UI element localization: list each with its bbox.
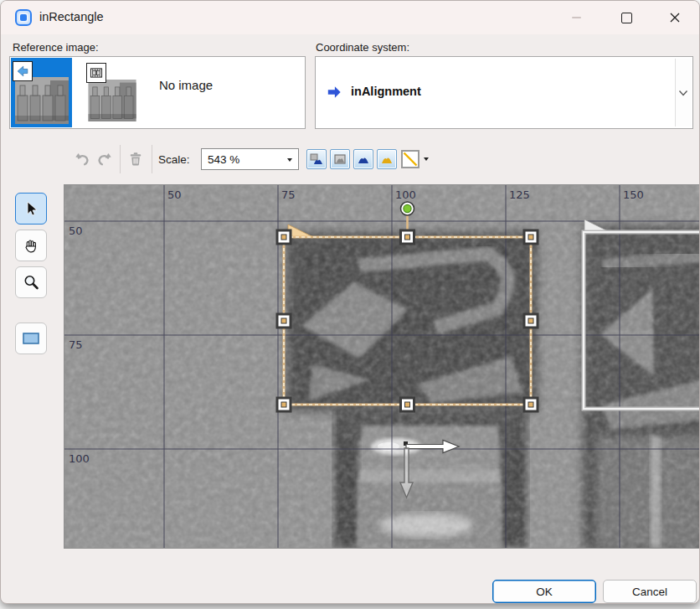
undo-icon bbox=[73, 150, 91, 168]
magnifier-icon bbox=[22, 273, 40, 292]
ok-button[interactable]: OK bbox=[492, 580, 596, 603]
magnifier-tool[interactable] bbox=[15, 266, 47, 298]
rectangle-tool[interactable] bbox=[15, 323, 47, 354]
zoom-fit-image-region-icon bbox=[309, 152, 324, 166]
cancel-button-label: Cancel bbox=[632, 586, 667, 598]
ruler-x-label: 50 bbox=[167, 188, 182, 201]
redo-icon bbox=[95, 150, 114, 168]
reference-thumbnail-film[interactable] bbox=[81, 58, 142, 127]
resize-handle-mid-right[interactable] bbox=[524, 314, 538, 328]
ruler-y-label: 75 bbox=[69, 338, 83, 351]
pan-tool[interactable] bbox=[15, 230, 47, 261]
trash-icon bbox=[126, 150, 145, 168]
vials-thumbnail-image bbox=[88, 80, 136, 125]
ruler-y-label: 50 bbox=[69, 225, 83, 237]
cancel-button[interactable]: Cancel bbox=[603, 580, 697, 603]
resize-handle-bottom-left[interactable] bbox=[277, 398, 291, 411]
ruler-x-label: 125 bbox=[509, 188, 530, 201]
no-image-option[interactable]: No image bbox=[136, 77, 236, 94]
close-button[interactable] bbox=[656, 1, 694, 34]
resize-handle-bottom-right[interactable] bbox=[524, 398, 538, 411]
undo-button[interactable] bbox=[71, 147, 93, 171]
resize-handle-mid-left[interactable] bbox=[277, 314, 291, 328]
no-region-icon bbox=[403, 152, 418, 167]
coordinate-system-value: inAlignment bbox=[351, 85, 421, 98]
delete-button[interactable] bbox=[125, 147, 147, 171]
minimize-icon bbox=[572, 17, 581, 18]
zoom-fit-image-region-button[interactable] bbox=[306, 149, 327, 169]
scale-combobox[interactable]: 543 % bbox=[201, 148, 299, 170]
select-tool[interactable] bbox=[15, 193, 47, 225]
maximize-button[interactable] bbox=[607, 1, 646, 34]
redo-button[interactable] bbox=[94, 147, 116, 171]
image-noise bbox=[64, 185, 700, 548]
image-editor-canvas[interactable]: 50 75 100 125 150 50 75 100 bbox=[64, 184, 700, 549]
ruler-x-label: 75 bbox=[281, 188, 296, 201]
reference-image-panel: No image bbox=[9, 56, 306, 129]
no-region-button[interactable] bbox=[401, 150, 419, 168]
film-strip-icon bbox=[86, 63, 106, 83]
maximize-icon bbox=[621, 13, 632, 23]
toolbar-separator bbox=[120, 145, 121, 173]
caret-down-icon bbox=[287, 158, 292, 162]
close-icon bbox=[669, 12, 681, 23]
resize-handle-top-mid[interactable] bbox=[401, 230, 414, 244]
dialog-window: inRectangle Reference image: Coordinate … bbox=[0, 0, 700, 604]
app-icon bbox=[15, 9, 32, 26]
scale-label: Scale: bbox=[158, 153, 190, 166]
title-bar: inRectangle bbox=[1, 1, 699, 34]
hand-icon bbox=[22, 236, 40, 255]
window-title: inRectangle bbox=[39, 10, 104, 23]
zoom-fit-region-blue-icon bbox=[356, 152, 371, 166]
ruler-x-label: 150 bbox=[623, 188, 644, 201]
reference-thumbnail-current[interactable] bbox=[11, 58, 72, 127]
zoom-fit-image-button[interactable] bbox=[330, 149, 350, 169]
ok-button-label: OK bbox=[536, 586, 553, 598]
ruler-y-label: 100 bbox=[69, 452, 90, 465]
vials-thumbnail-image bbox=[15, 77, 69, 127]
coordinate-system-dropdown-button[interactable] bbox=[675, 59, 691, 126]
blue-back-arrow-icon bbox=[13, 61, 33, 81]
chevron-down-icon bbox=[678, 90, 688, 96]
caret-down-icon[interactable] bbox=[424, 157, 429, 161]
zoom-fit-region-blue-button[interactable] bbox=[353, 149, 373, 169]
cursor-arrow-icon bbox=[22, 199, 40, 218]
toolbar-separator bbox=[152, 145, 152, 173]
blue-arrow-right-icon bbox=[326, 85, 342, 103]
scale-value: 543 % bbox=[208, 153, 239, 166]
rectangle-icon bbox=[21, 330, 41, 347]
coordinate-system-label: Coordinate system: bbox=[316, 41, 409, 54]
rotation-handle[interactable] bbox=[401, 202, 414, 215]
resize-handle-top-left[interactable] bbox=[277, 230, 291, 244]
minimize-button[interactable] bbox=[557, 1, 595, 34]
resize-handle-top-right[interactable] bbox=[524, 230, 538, 244]
zoom-fit-image-icon bbox=[332, 152, 347, 166]
reference-image-label: Reference image: bbox=[13, 41, 99, 54]
ruler-x-label: 100 bbox=[395, 188, 416, 201]
zoom-fit-region-yellow-icon bbox=[379, 152, 394, 166]
coordinate-system-combobox[interactable]: inAlignment bbox=[315, 56, 693, 129]
zoom-fit-region-yellow-button[interactable] bbox=[377, 149, 397, 169]
resize-handle-bottom-mid[interactable] bbox=[401, 398, 414, 411]
